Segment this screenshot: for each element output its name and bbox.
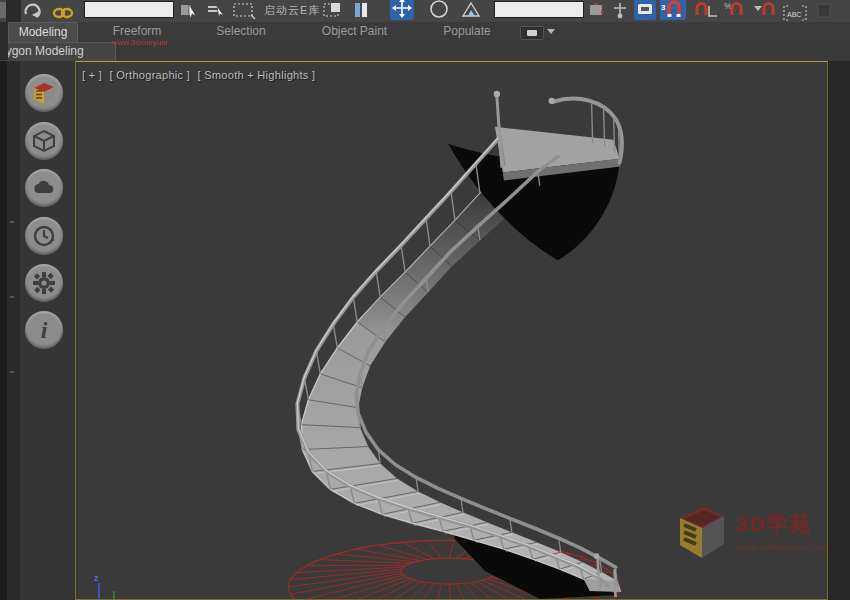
reference-coordinate-dropdown[interactable] xyxy=(494,1,584,18)
cloud-icon xyxy=(31,175,57,201)
viewport-pov-menu[interactable]: [ Orthographic ] xyxy=(110,69,191,81)
select-and-manipulate-icon[interactable] xyxy=(610,0,630,20)
sidebar-dark-column xyxy=(0,61,7,600)
viewport-orthographic[interactable]: z [ + ] [ Orthographic ] [ Smooth + High… xyxy=(75,61,828,600)
viewport-label: [ + ] [ Orthographic ] [ Smooth + Highli… xyxy=(82,69,319,81)
sidebar-info-button[interactable]: i xyxy=(25,311,63,349)
sidebar-settings-button[interactable] xyxy=(25,264,63,302)
red-watermark-text: www.3dxueyuan.com xyxy=(112,38,168,48)
cube-icon xyxy=(32,129,56,153)
sidebar-tick xyxy=(10,371,14,373)
left-edge-notch xyxy=(0,22,8,60)
use-pivot-center-icon[interactable] xyxy=(586,0,608,20)
select-and-move-icon[interactable] xyxy=(390,0,414,20)
tab-modeling[interactable]: Modeling xyxy=(8,22,78,42)
sidebar-cloud-button[interactable] xyxy=(25,169,63,207)
right-edge-strip xyxy=(828,61,850,600)
tab-object-paint[interactable]: Object Paint xyxy=(312,22,397,41)
watermark-title: 3D学苑 xyxy=(736,510,830,538)
selection-region-icon[interactable] xyxy=(232,0,256,20)
gear-icon xyxy=(31,270,57,296)
angle-snap-icon[interactable] xyxy=(692,0,718,20)
window-crossing-icon[interactable] xyxy=(322,0,344,20)
spinner-snap-icon[interactable] xyxy=(752,0,778,20)
select-and-rotate-icon[interactable] xyxy=(428,0,450,20)
keyboard-override-icon[interactable] xyxy=(634,0,656,20)
select-and-scale-icon[interactable] xyxy=(460,0,482,20)
clock-icon xyxy=(32,224,56,248)
ribbon-minimize-button[interactable] xyxy=(520,26,544,40)
viewport-shading-menu[interactable]: [ Smooth + Highlights ] xyxy=(198,69,316,81)
plugin-sidebar: i xyxy=(0,61,75,600)
ribbon-tab-bar: Modeling Freeform Selection Object Paint… xyxy=(0,22,850,42)
snaps-toggle-3d-icon[interactable]: 3 xyxy=(660,0,686,20)
sidebar-history-button[interactable] xyxy=(25,217,63,255)
manage-layers-icon[interactable] xyxy=(352,0,370,20)
cloud-library-button[interactable]: 启动云E库 xyxy=(264,3,320,18)
library-logo-icon xyxy=(31,80,57,106)
main-toolbar: 启动云E库 3 % ABC xyxy=(0,0,850,23)
newel-ball-right xyxy=(549,98,555,104)
watermark-logo-block: 3D学苑 www.3dxueyuan.com xyxy=(674,502,830,562)
select-and-link-icon[interactable] xyxy=(52,0,74,20)
sidebar-tick xyxy=(10,296,14,298)
svg-text:3: 3 xyxy=(661,3,666,12)
viewport-general-menu[interactable]: [ + ] xyxy=(82,69,102,81)
polygon-modeling-panel[interactable]: lygon Modeling xyxy=(0,42,116,62)
select-object-icon[interactable] xyxy=(180,0,200,20)
selection-filter-dropdown[interactable] xyxy=(84,1,174,18)
toolbar-divider xyxy=(6,0,21,22)
select-by-name-icon[interactable] xyxy=(206,0,226,20)
workspace: i xyxy=(0,61,850,600)
info-icon: i xyxy=(41,318,48,342)
axis-gizmo: z xyxy=(94,573,114,599)
tab-selection[interactable]: Selection xyxy=(207,22,275,41)
tab-populate[interactable]: Populate xyxy=(436,22,498,41)
ribbon-minimize-caret-icon[interactable] xyxy=(547,29,555,34)
polygon-modeling-label: lygon Modeling xyxy=(3,44,84,58)
sidebar-library-logo-button[interactable] xyxy=(25,74,63,112)
sidebar-inner-column xyxy=(7,61,20,600)
sidebar-tick xyxy=(10,221,14,223)
sidebar-models-button[interactable] xyxy=(25,122,63,160)
abc-glyph: ABC xyxy=(787,11,801,18)
percent-snap-icon[interactable]: % xyxy=(724,0,748,20)
newel-ball-left xyxy=(494,91,500,97)
watermark-subtitle: www.3dxueyuan.com xyxy=(736,542,830,552)
partial-toolbar-icon xyxy=(816,0,836,20)
axis-z-label: z xyxy=(94,573,99,583)
watermark-cube-icon xyxy=(674,502,728,562)
undo-icon[interactable] xyxy=(22,0,42,20)
newel-ball-bottom xyxy=(594,553,600,559)
named-selection-sets-icon[interactable]: ABC xyxy=(782,0,808,23)
